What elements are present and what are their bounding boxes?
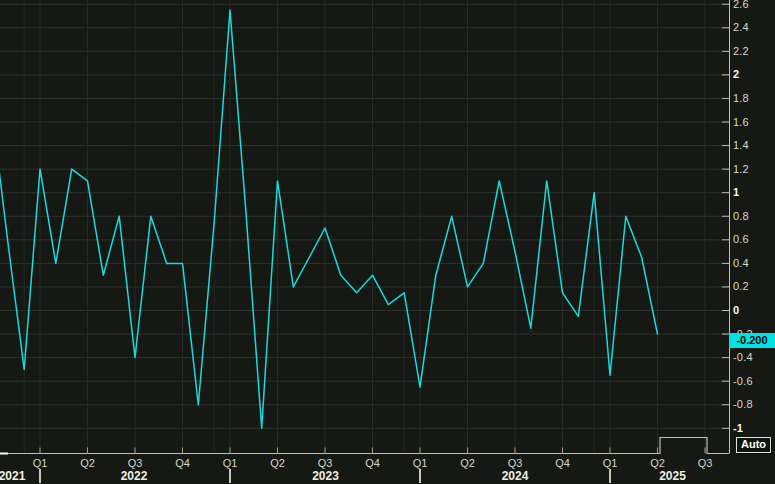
- y-axis-tick-label: 1.2: [733, 164, 749, 175]
- y-axis-tick-label: 1: [733, 187, 739, 198]
- y-axis-tick-label: 2.2: [733, 46, 749, 57]
- x-axis-quarter-label: Q2: [270, 457, 285, 469]
- price-line: [0, 10, 658, 428]
- x-axis-quarter-label: Q4: [555, 457, 570, 469]
- x-axis-quarter-label: Q1: [223, 457, 238, 469]
- y-axis-tick-label: 0.4: [733, 258, 749, 269]
- x-axis-quarter-label: Q3: [698, 457, 713, 469]
- x-axis-quarter-label: Q3: [128, 457, 143, 469]
- y-axis-tick-label: 0.2: [733, 281, 749, 292]
- x-axis-year-tick: [609, 469, 611, 483]
- x-axis-year-tick: [419, 469, 421, 483]
- x-axis-year-label: 2023: [312, 470, 339, 483]
- x-axis-baseline: [0, 438, 729, 454]
- y-axis-tick-label: -1: [733, 423, 743, 434]
- x-axis-quarter-label: Q1: [33, 457, 48, 469]
- x-axis-quarter-label: Q1: [413, 457, 428, 469]
- y-axis-tick-label: 1.8: [733, 93, 749, 104]
- y-axis-tick-label: -0.8: [733, 399, 753, 410]
- x-axis-quarter-label: Q2: [80, 457, 95, 469]
- x-axis-quarter-label: Q3: [318, 457, 333, 469]
- y-axis-tick-label: 2.4: [733, 22, 749, 33]
- auto-scale-button[interactable]: Auto: [736, 437, 771, 453]
- y-axis-tick-label: 0: [733, 305, 739, 316]
- y-axis-tick-label: 1.6: [733, 117, 749, 128]
- terminal-chart-panel: 2.62.42.221.81.61.41.210.80.60.40.20-0.2…: [0, 0, 775, 484]
- y-axis-tick-label: 1.4: [733, 140, 749, 151]
- x-axis-year-label: 2022: [121, 470, 148, 483]
- price-chart-plot-area[interactable]: [0, 0, 775, 484]
- x-axis-year-label: 2025: [659, 470, 686, 483]
- y-axis-tick-label: 2: [733, 69, 739, 80]
- last-price-badge: -0.200: [729, 333, 775, 348]
- y-axis-tick-label: 0.6: [733, 234, 749, 245]
- x-axis-quarter-label: Q4: [175, 457, 190, 469]
- y-axis-tick-label: 2.6: [733, 0, 749, 10]
- y-axis-tick-label: -0.6: [733, 376, 753, 387]
- x-axis-year-label: 2021: [0, 470, 25, 483]
- x-axis-year-tick: [39, 469, 41, 483]
- x-axis-year-tick: [229, 469, 231, 483]
- x-axis-quarter-label: Q1: [603, 457, 618, 469]
- x-axis-quarter-label: Q2: [650, 457, 665, 469]
- x-axis-year-label: 2024: [502, 470, 529, 483]
- y-axis-tick-label: -0.4: [733, 352, 753, 363]
- x-axis-quarter-label: Q4: [365, 457, 380, 469]
- y-axis-tick-label: 0.8: [733, 211, 749, 222]
- x-axis-quarter-label: Q3: [508, 457, 523, 469]
- x-axis-quarter-label: Q2: [460, 457, 475, 469]
